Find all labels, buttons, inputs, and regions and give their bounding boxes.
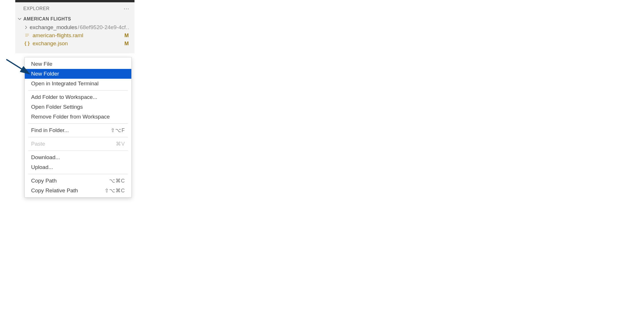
menu-item-remove-folder[interactable]: Remove Folder from Workspace — [25, 112, 131, 122]
menu-item-label: Open in Integrated Terminal — [31, 80, 99, 87]
explorer-title: EXPLORER — [23, 6, 50, 11]
menu-item-label: Remove Folder from Workspace — [31, 114, 110, 120]
titlebar — [15, 0, 135, 2]
menu-item-add-folder[interactable]: Add Folder to Workspace... — [25, 92, 131, 102]
file-name: exchange.json — [33, 40, 122, 47]
menu-item-new-file[interactable]: New File — [25, 59, 131, 69]
menu-item-label: Upload... — [31, 164, 53, 170]
menu-item-label: Copy Relative Path — [31, 187, 78, 194]
menu-item-shortcut: ⌥⌘C — [109, 178, 125, 184]
more-actions-icon[interactable]: ··· — [124, 5, 129, 12]
project-name: AMERICAN FLIGHTS — [23, 16, 71, 22]
menu-item-label: Copy Path — [31, 178, 57, 184]
folder-name: exchange_modules — [30, 24, 77, 30]
menu-item-shortcut: ⌘V — [116, 141, 125, 147]
explorer-header: EXPLORER ··· — [15, 2, 135, 15]
menu-item-new-folder[interactable]: New Folder — [25, 69, 131, 79]
menu-item-find-in-folder[interactable]: Find in Folder... ⇧⌥F — [25, 125, 131, 135]
project-header[interactable]: AMERICAN FLIGHTS — [15, 15, 135, 23]
git-status-badge: M — [124, 41, 129, 47]
menu-separator — [28, 90, 128, 91]
menu-item-copy-path[interactable]: Copy Path ⌥⌘C — [25, 176, 131, 186]
menu-item-open-terminal[interactable]: Open in Integrated Terminal — [25, 79, 131, 89]
chevron-right-icon — [24, 25, 28, 29]
menu-separator — [28, 123, 128, 124]
folder-label: exchange_modules/68ef9520-24e9-4cf… — [30, 24, 129, 31]
menu-separator — [28, 174, 128, 174]
folder-hash: 68ef9520-24e9-4cf… — [80, 24, 129, 30]
menu-item-label: Download... — [31, 154, 60, 161]
menu-item-shortcut: ⇧⌥⌘C — [105, 187, 125, 194]
git-status-badge: M — [124, 33, 129, 39]
menu-item-label: New Folder — [31, 71, 59, 77]
tree-folder-row[interactable]: exchange_modules/68ef9520-24e9-4cf… — [15, 23, 135, 31]
menu-separator — [28, 137, 128, 137]
menu-item-label: Find in Folder... — [31, 127, 69, 134]
raml-file-icon — [24, 33, 30, 38]
menu-item-upload[interactable]: Upload... — [25, 162, 131, 172]
file-name: american-flights.raml — [33, 32, 122, 39]
menu-item-paste: Paste ⌘V — [25, 139, 131, 149]
menu-item-shortcut: ⇧⌥F — [111, 127, 125, 134]
menu-item-label: New File — [31, 61, 52, 67]
menu-item-folder-settings[interactable]: Open Folder Settings — [25, 102, 131, 112]
menu-item-download[interactable]: Download... — [25, 153, 131, 162]
menu-item-copy-relative-path[interactable]: Copy Relative Path ⇧⌥⌘C — [25, 186, 131, 196]
tree-file-row[interactable]: { } exchange.json M — [15, 40, 135, 48]
chevron-down-icon — [18, 17, 22, 21]
menu-separator — [28, 151, 128, 151]
explorer-sidebar: EXPLORER ··· AMERICAN FLIGHTS exchange_m… — [15, 2, 135, 53]
menu-item-label: Paste — [31, 141, 45, 147]
json-file-icon: { } — [24, 41, 30, 46]
menu-item-label: Add Folder to Workspace... — [31, 94, 97, 100]
context-menu: New File New Folder Open in Integrated T… — [24, 57, 132, 198]
menu-item-label: Open Folder Settings — [31, 104, 83, 110]
tree-file-row[interactable]: american-flights.raml M — [15, 31, 135, 40]
